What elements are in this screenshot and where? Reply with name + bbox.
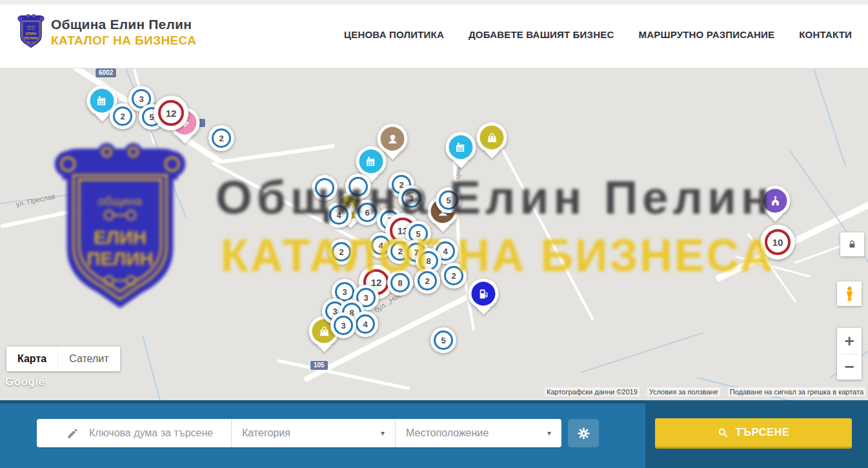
map-pin-church[interactable]: [760, 186, 791, 216]
keyword-section: [37, 419, 231, 447]
cluster-count: 5: [434, 331, 453, 350]
nav-item-2[interactable]: ДОБАВЕТЕ ВАШИЯТ БИЗНЕС: [469, 29, 614, 40]
cluster-count: 4: [329, 205, 348, 225]
cluster-count: 4: [356, 314, 375, 334]
cluster-count: 2: [113, 107, 132, 126]
map-cluster-marker[interactable]: 4: [352, 311, 378, 337]
attribution-link[interactable]: Условия за ползване: [647, 387, 720, 396]
map-pin-factory[interactable]: [356, 147, 387, 177]
map-attribution: Картографски данни ©2019Условия за ползв…: [545, 387, 865, 396]
search-box: Категория ▾ Местоположение ▾: [37, 419, 561, 447]
cluster-count: 12: [158, 100, 184, 126]
location-select[interactable]: Местоположение ▾: [395, 419, 561, 447]
chevron-down-icon: ▾: [547, 429, 551, 438]
map-data-copyright: Картографски данни ©2019: [545, 387, 640, 396]
shopping-bag-icon: [480, 126, 504, 150]
cluster-count: 2: [444, 266, 463, 285]
site-logo[interactable]: община ЕЛИН ПЕЛИН Община Елин Пелин КАТА…: [17, 13, 196, 52]
map-pin-worker[interactable]: [378, 124, 408, 154]
nav-item-1[interactable]: ЦЕНОВА ПОЛИТИКА: [344, 29, 444, 40]
nav-item-4[interactable]: КОНТАКТИ: [799, 29, 852, 40]
cluster-count: 2: [332, 242, 351, 261]
search-bar: Категория ▾ Местоположение ▾: [0, 400, 868, 468]
map-cluster-marker[interactable]: 2: [441, 263, 467, 289]
map-cluster-marker[interactable]: [345, 174, 371, 199]
map-pin-fuel[interactable]: [469, 279, 499, 309]
svg-text:ПЕЛИН: ПЕЛИН: [25, 36, 38, 40]
map-cluster-marker[interactable]: 6: [354, 199, 380, 225]
main-nav: ЦЕНОВА ПОЛИТИКАДОБАВЕТЕ ВАШИЯТ БИЗНЕСМАР…: [344, 0, 852, 68]
municipality-crest-logo: община ЕЛИН ПЕЛИН: [17, 13, 45, 52]
map-cluster-marker[interactable]: 2: [414, 268, 440, 294]
fuel-icon: [472, 282, 496, 306]
map-markers-layer: 23512223564713542274822128333843510: [0, 68, 868, 400]
map-pin-shopping-bag[interactable]: [477, 123, 507, 153]
map-type-control: Карта Сателит: [6, 347, 120, 371]
cluster-count: 8: [390, 273, 410, 292]
map-canvas[interactable]: ул. Преславбул. „Новоселции6002105 23512…: [0, 68, 868, 400]
site-subtitle: КАТАЛОГ НА БИЗНЕСА: [51, 34, 196, 48]
fullscreen-lock-button[interactable]: [840, 232, 864, 256]
map-cluster-marker[interactable]: 4: [326, 202, 352, 228]
map-type-map-button[interactable]: Карта: [6, 347, 57, 371]
chevron-down-icon: ▾: [381, 429, 385, 438]
map-cluster-marker[interactable]: 10: [760, 225, 795, 259]
map-cluster-marker[interactable]: 2: [328, 239, 354, 265]
svg-text:ЕЛИН: ЕЛИН: [26, 32, 37, 36]
cluster-count: 5: [439, 190, 458, 210]
search-button-label: ТЪРСЕНЕ: [735, 427, 789, 438]
zoom-control: + −: [837, 328, 862, 380]
map-pin-factory[interactable]: [446, 132, 476, 163]
map-cluster-marker[interactable]: 5: [436, 187, 461, 213]
street-view-pegman-button[interactable]: [837, 281, 862, 306]
map-cluster-marker[interactable]: 8: [387, 270, 413, 296]
lock-icon: [847, 239, 858, 250]
pencil-icon: [66, 427, 79, 440]
settings-gear-button[interactable]: [568, 419, 599, 447]
map-type-satellite-button[interactable]: Сателит: [57, 347, 119, 371]
cluster-count: [348, 177, 368, 196]
worker-icon: [381, 127, 405, 151]
cluster-count: 3: [334, 316, 353, 335]
keyword-input[interactable]: [88, 427, 226, 440]
cluster-count: [315, 178, 334, 198]
cluster-count: 2: [418, 271, 437, 290]
church-icon: [763, 189, 787, 213]
search-icon: [717, 427, 729, 438]
location-select-label: Местоположение: [406, 427, 489, 439]
attribution-link[interactable]: Подаване на сигнал за грешка в картата: [728, 387, 865, 396]
map-cluster-marker[interactable]: 12: [154, 96, 188, 130]
cluster-count: 6: [358, 203, 377, 222]
header: община ЕЛИН ПЕЛИН Община Елин Пелин КАТА…: [0, 0, 868, 68]
map-cluster-marker[interactable]: 3: [330, 312, 356, 338]
cluster-count: 3: [401, 188, 421, 208]
google-logo[interactable]: Google: [5, 376, 45, 389]
zoom-out-button[interactable]: −: [837, 354, 862, 380]
map-cluster-marker[interactable]: 5: [430, 327, 456, 353]
zoom-in-button[interactable]: +: [837, 328, 862, 354]
factory-icon: [90, 89, 114, 113]
category-select[interactable]: Категория ▾: [231, 419, 395, 447]
category-select-label: Категория: [242, 427, 290, 439]
map-cluster-marker[interactable]: 2: [208, 125, 234, 151]
factory-icon: [359, 150, 383, 174]
nav-item-3[interactable]: МАРШРУТНО РАЗПИСАНИЕ: [638, 29, 774, 40]
gear-icon: [576, 426, 591, 441]
page: община ЕЛИН ПЕЛИН Община Елин Пелин КАТА…: [0, 0, 868, 468]
site-title: Община Елин Пелин: [51, 17, 196, 32]
svg-text:община: община: [26, 25, 36, 28]
cluster-count: 2: [212, 128, 231, 148]
search-submit-button[interactable]: ТЪРСЕНЕ: [655, 418, 852, 449]
pegman-icon: [842, 285, 857, 303]
factory-icon: [449, 136, 473, 159]
cluster-count: 10: [765, 229, 791, 255]
map-cluster-marker[interactable]: [312, 175, 338, 201]
map-cluster-marker[interactable]: 3: [398, 185, 424, 211]
